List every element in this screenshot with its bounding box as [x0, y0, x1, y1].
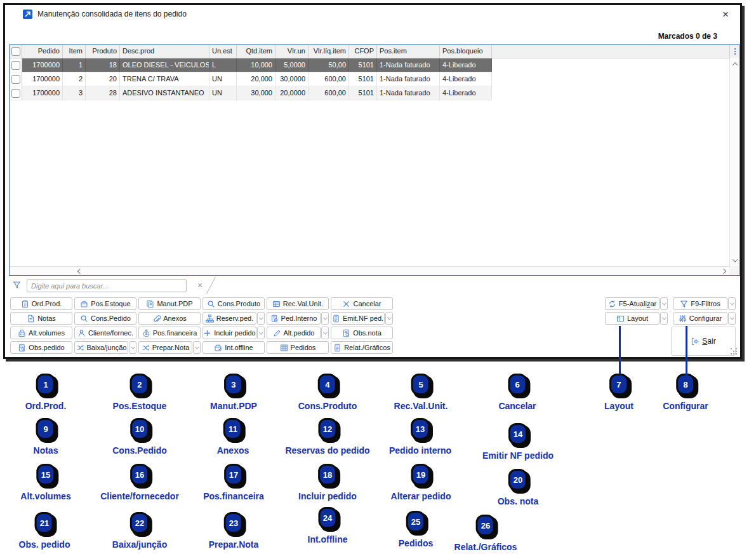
column-header-produto[interactable]: Produto — [86, 45, 120, 58]
annotation-label: Pedido interno — [389, 445, 451, 456]
cons-produto-button[interactable]: Cons.Produto — [202, 297, 265, 310]
annotation-badge: 3 — [224, 374, 243, 395]
scroll-down-button[interactable] — [730, 255, 739, 265]
incluir-pedido-button[interactable]: Incluir pedido — [202, 327, 256, 339]
column-header-cfop[interactable]: CFOP — [349, 45, 377, 58]
annotation-label: Anexos — [217, 445, 249, 456]
row-checkbox[interactable] — [10, 86, 22, 100]
column-header-vlr-un[interactable]: Vlr.un — [275, 45, 308, 58]
ord-prod-button[interactable]: Ord.Prod. — [10, 297, 72, 310]
manut-pdp-button[interactable]: Manut.PDP — [138, 297, 201, 310]
marcados-counter: Marcados 0 de 3 — [658, 32, 717, 41]
alt-pedido-dropdown[interactable] — [321, 327, 329, 339]
f5-atualizar-button[interactable]: F5-Atualizar — [605, 297, 660, 310]
column-header-pedido[interactable]: Pedido — [22, 45, 63, 58]
horizontal-scrollbar[interactable] — [10, 266, 729, 275]
baixa-juncao-dropdown[interactable] — [129, 341, 136, 354]
pedidos-button[interactable]: Pedidos — [267, 341, 329, 354]
title-bar[interactable]: Manutenção consolidada de itens do pedid… — [5, 5, 740, 23]
emit-nf-ped-dropdown[interactable] — [385, 312, 393, 325]
resize-grip[interactable] — [731, 348, 738, 355]
reserv-ped-button[interactable]: Reserv.ped. — [202, 312, 256, 325]
document-icon — [332, 314, 340, 323]
annotation-badge: 25 — [406, 511, 425, 532]
vertical-scrollbar[interactable] — [729, 58, 739, 266]
cell-vlr-liq-item: 600,00 — [308, 86, 349, 100]
annotation-badge: 6 — [508, 374, 527, 395]
relat-graficos-button[interactable]: Relat./Gráficos — [331, 341, 393, 354]
column-header-vlr-liq-item[interactable]: Vlr.líq.item — [308, 45, 349, 58]
alt-volumes-button[interactable]: Alt.volumes — [10, 327, 72, 339]
annotation-badge: 17 — [224, 464, 243, 485]
column-header-qtd-item[interactable]: Qtd.item — [237, 45, 275, 58]
ped-interno-button[interactable]: Ped.Interno — [267, 312, 321, 325]
annotation-label: Pos.Estoque — [113, 401, 167, 411]
rec-val-unit-button[interactable]: Rec.Val.Unit. — [267, 297, 329, 310]
ped-interno-dropdown[interactable] — [321, 312, 329, 325]
reserv-ped-dropdown[interactable] — [257, 312, 265, 325]
cell-desc-prod: ADESIVO INSTANTANEO — [120, 86, 209, 100]
clipboard-icon — [21, 300, 29, 308]
annotation-badge: 12 — [318, 418, 337, 440]
scroll-right-button[interactable] — [719, 267, 728, 275]
column-header-un-est[interactable]: Un.est — [209, 45, 237, 58]
clear-search-icon[interactable]: × — [194, 280, 206, 291]
column-header-item[interactable]: Item — [63, 45, 86, 58]
layout-dropdown[interactable] — [660, 312, 668, 325]
prepar-nota-dropdown[interactable] — [193, 341, 201, 354]
baixa-juncao-button[interactable]: Baixa/junção — [74, 341, 128, 354]
scroll-left-button[interactable] — [76, 267, 84, 275]
alt-pedido-button[interactable]: Alt.pedido — [267, 327, 321, 339]
window-app-icon — [23, 10, 32, 19]
annotation-label: Emitir NF pedido — [482, 450, 554, 461]
table-row[interactable]: 1700000 3 28 ADESIVO INSTANTANEO UN 30,0… — [10, 86, 493, 100]
column-header-pos-bloqueio[interactable]: Pos.bloqueio — [440, 45, 492, 58]
orders-table: Pedido Item Produto Desc.prod Un.est Qtd… — [9, 44, 740, 276]
prepar-nota-button[interactable]: Prepar.Nota — [138, 341, 192, 354]
cell-pos-bloqueio: 4-Liberado — [440, 58, 492, 72]
chevron-down-icon — [194, 344, 199, 349]
sair-button[interactable]: Sair — [687, 336, 719, 346]
cancelar-button[interactable]: Cancelar — [331, 297, 393, 310]
obs-pedido-button[interactable]: Obs.pedido — [10, 341, 72, 354]
chevron-right-icon — [721, 268, 726, 273]
configurar-dropdown[interactable] — [728, 312, 736, 325]
anexos-button[interactable]: Anexos — [138, 312, 201, 325]
configurar-button[interactable]: Configurar — [673, 312, 727, 325]
cliente-fornec-button[interactable]: Cliente/fornec. — [74, 327, 136, 339]
scroll-up-button[interactable] — [730, 59, 739, 69]
layout-button[interactable]: Layout — [605, 312, 660, 325]
cons-pedido-button[interactable]: Cons.Pedido — [74, 312, 136, 325]
f9-filtros-button[interactable]: F9-Filtros — [673, 297, 727, 310]
column-header-pos-item[interactable]: Pos.item — [377, 45, 440, 58]
toolbar-grid: Ord.Prod. Pos.Estoque Manut.PDP Cons.Pro… — [10, 297, 393, 354]
annotation-badge: 20 — [508, 469, 527, 490]
column-menu-kebab-icon[interactable] — [729, 45, 739, 58]
close-icon[interactable]: × — [719, 8, 733, 22]
int-offline-button[interactable]: Int.offline — [202, 341, 265, 354]
annotation-badge: 4 — [318, 374, 337, 395]
pos-estoque-button[interactable]: Pos.Estoque — [74, 297, 136, 310]
chevron-down-icon — [322, 330, 327, 334]
notas-button[interactable]: Notas — [10, 312, 72, 325]
table-row[interactable]: 1700000 1 18 OLEO DIESEL - VEICULOS L 10… — [10, 58, 493, 72]
search-input[interactable] — [27, 279, 187, 292]
f5-atualizar-dropdown[interactable] — [660, 297, 668, 310]
obs-nota-button[interactable]: Obs.nota — [331, 327, 393, 339]
f9-filtros-dropdown[interactable] — [728, 297, 736, 310]
cell-desc-prod: TRENA C/ TRAVA — [120, 72, 209, 86]
row-checkbox[interactable] — [10, 72, 22, 86]
report-icon — [333, 344, 342, 352]
cell-un-est: L — [209, 58, 237, 72]
annotation-label: Cliente/fornecedor — [100, 491, 179, 501]
incluir-pedido-dropdown[interactable] — [257, 327, 265, 339]
sair-group: Sair — [671, 327, 736, 356]
emit-nf-ped-button[interactable]: Emit.NF ped. — [331, 312, 385, 325]
chevron-down-icon — [387, 315, 391, 320]
row-checkbox[interactable] — [10, 58, 22, 72]
select-all-checkbox[interactable] — [10, 45, 22, 58]
table-row[interactable]: 1700000 2 20 TRENA C/ TRAVA UN 20,000 30… — [10, 72, 493, 86]
funnel-icon[interactable] — [10, 280, 23, 292]
column-header-desc-prod[interactable]: Desc.prod — [120, 45, 209, 58]
pos-financeira-button[interactable]: Pos.financeira — [138, 327, 201, 339]
